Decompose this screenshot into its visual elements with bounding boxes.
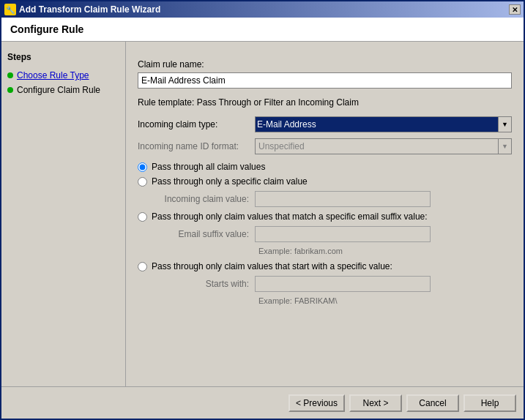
sidebar-item-choose-rule-type[interactable]: Choose Rule Type [1,68,125,83]
incoming-claim-value-row: Incoming claim value: [152,191,512,207]
window-title: Add Transform Claim Rule Wizard [19,4,160,15]
step-dot-2 [7,87,13,93]
steps-label: Steps [1,49,125,68]
incoming-claim-type-row: Incoming claim type: E-Mail Address ▼ [138,116,512,132]
incoming-claim-type-select[interactable]: E-Mail Address [255,116,499,132]
starts-with-input[interactable] [255,276,431,292]
radio-group: Pass through all claim values Pass throu… [138,162,512,305]
radio-pass-email-suffix-label[interactable]: Pass through only claim values that matc… [152,211,428,222]
sidebar-item-label-1[interactable]: Choose Rule Type [17,70,89,80]
radio-row-email-suffix: Pass through only claim values that matc… [138,211,512,222]
incoming-name-id-format-row: Incoming name ID format: Unspecified ▼ [138,138,512,154]
email-suffix-value-input[interactable] [255,226,431,242]
radio-pass-email-suffix[interactable] [138,212,147,222]
sidebar: Steps Choose Rule Type Configure Claim R… [1,42,126,386]
starts-with-row: Starts with: [152,276,512,292]
cancel-button[interactable]: Cancel [406,394,459,412]
incoming-name-id-format-display: Unspecified [255,138,499,154]
radio-pass-specific-label[interactable]: Pass through only a specific claim value [152,176,308,187]
incoming-claim-type-dropdown-btn[interactable]: ▼ [499,116,512,132]
incoming-claim-type-combo: E-Mail Address ▼ [255,116,512,132]
sidebar-item-label-2: Configure Claim Rule [17,85,100,95]
incoming-claim-value-input[interactable] [255,191,431,207]
radio-pass-all[interactable] [138,162,147,172]
title-bar-left: 🔧 Add Transform Claim Rule Wizard [4,4,160,15]
wizard-icon: 🔧 [4,4,16,15]
radio-row-pass-all: Pass through all claim values [138,162,512,172]
radio-pass-specific[interactable] [138,177,147,187]
help-button[interactable]: Help [463,394,516,412]
incoming-claim-type-label: Incoming claim type: [138,119,255,130]
title-bar-controls: ✕ [509,4,521,15]
radio-row-starts-with: Pass through only claim values that star… [138,261,512,271]
incoming-name-id-format-combo: Unspecified ▼ [255,138,512,154]
rule-template-text: Rule template: Pass Through or Filter an… [138,97,512,108]
incoming-name-id-format-label: Incoming name ID format: [138,141,255,151]
step-dot-1 [7,72,13,78]
main-window: 🔧 Add Transform Claim Rule Wizard ✕ Conf… [0,0,525,420]
claim-rule-name-input[interactable] [138,72,512,89]
main-area: Steps Choose Rule Type Configure Claim R… [1,42,524,386]
radio-pass-all-label[interactable]: Pass through all claim values [152,162,265,172]
radio-row-pass-specific: Pass through only a specific claim value [138,176,512,187]
title-bar: 🔧 Add Transform Claim Rule Wizard ✕ [1,1,524,18]
close-button[interactable]: ✕ [509,4,521,15]
page-title: Configure Rule [1,18,524,42]
next-button[interactable]: Next > [349,394,402,412]
radio-pass-starts-with-label[interactable]: Pass through only claim values that star… [152,261,392,271]
incoming-claim-value-label: Incoming claim value: [152,194,255,204]
email-suffix-value-row: Email suffix value: [152,226,512,242]
radio-pass-starts-with[interactable] [138,262,147,271]
email-suffix-value-label: Email suffix value: [152,229,255,239]
sidebar-item-configure-claim-rule: Configure Claim Rule [1,83,125,97]
starts-with-example: Example: FABRIKAM\ [258,296,512,305]
claim-rule-name-label: Claim rule name: [138,59,512,70]
email-suffix-example: Example: fabrikam.com [258,247,512,255]
previous-button[interactable]: < Previous [288,394,345,412]
footer: < Previous Next > Cancel Help [1,386,524,419]
incoming-name-id-format-dropdown-btn: ▼ [499,138,512,154]
content-area: Claim rule name: Rule template: Pass Thr… [126,42,524,386]
starts-with-label: Starts with: [152,279,255,289]
